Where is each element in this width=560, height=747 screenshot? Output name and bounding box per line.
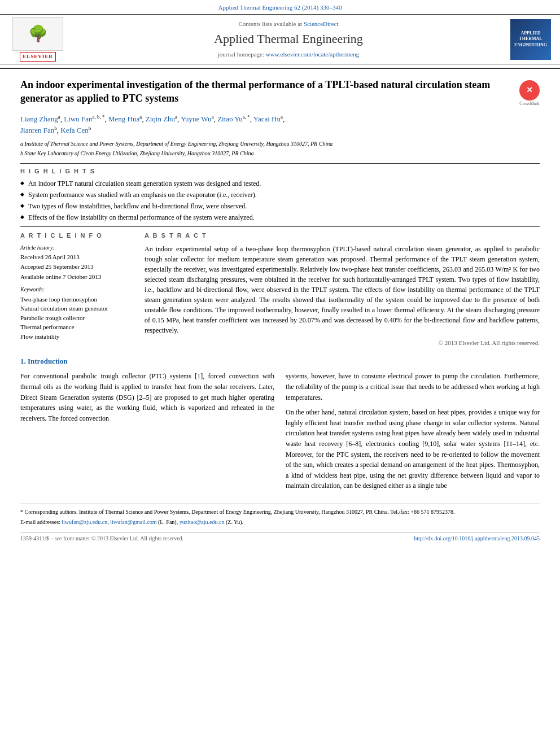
abstract-header: A B S T R A C T xyxy=(145,231,540,240)
journal-main-title: Applied Thermal Engineering xyxy=(75,30,502,48)
author-hua[interactable]: Meng Hua xyxy=(108,115,139,124)
badge-line2: THERMAL xyxy=(519,36,542,42)
intro-col-right: systems, however, have to consume electr… xyxy=(286,371,540,496)
badge-box: APPLIED THERMAL ENGINEERING xyxy=(510,19,551,60)
keyword-2: Natural circulation steam generator xyxy=(20,304,133,313)
badge-line3: ENGINEERING xyxy=(514,42,547,48)
info-abstract-section: A R T I C L E I N F O Article history: R… xyxy=(20,231,540,347)
copyright-line: © 2013 Elsevier Ltd. All rights reserved… xyxy=(145,339,540,347)
author-hu[interactable]: Yacai Hu xyxy=(253,115,281,124)
author-yu[interactable]: Zitao Yu xyxy=(217,115,243,124)
article-history: Article history: Received 26 April 2013 … xyxy=(20,244,133,341)
intro-col2-p1: systems, however, have to consume electr… xyxy=(286,371,540,403)
highlights-section: H I G H L I G H T S An indoor TPLT natur… xyxy=(20,167,540,222)
footnote-section: * Corresponding authors. Institute of Th… xyxy=(20,504,540,526)
keywords-label: Keywords: xyxy=(20,286,133,294)
elsevier-tree-image: 🌳 xyxy=(12,17,63,51)
history-label: Article history: xyxy=(20,244,133,252)
intro-p1: For conventional parabolic trough collec… xyxy=(20,371,274,423)
article-body: An indoor experimental investigation of … xyxy=(0,69,560,552)
affiliation-b: b State Key Laboratory of Clean Energy U… xyxy=(20,149,540,158)
keyword-5: Flow instability xyxy=(20,333,133,341)
highlight-2: System performance was studied with an e… xyxy=(20,190,540,200)
journal-title-area: Contents lists available at ScienceDirec… xyxy=(69,20,508,59)
received-date: Received 26 April 2013 xyxy=(20,253,133,261)
author-fan-liwu[interactable]: Liwu Fan xyxy=(64,115,92,124)
keyword-1: Two-phase loop thermosyphon xyxy=(20,295,133,304)
journal-badge: APPLIED THERMAL ENGINEERING xyxy=(508,19,553,60)
elsevier-logo: 🌳 ELSEVIER xyxy=(7,17,69,62)
bottom-strip: 1359-4311/$ – see front matter © 2013 El… xyxy=(20,532,540,543)
keyword-4: Thermal performance xyxy=(20,323,133,331)
introduction-columns: For conventional parabolic trough collec… xyxy=(20,371,540,496)
accepted-date: Accepted 25 September 2013 xyxy=(20,263,133,271)
homepage-link[interactable]: www.elsevier.com/locate/apthermeng xyxy=(266,51,359,58)
highlight-4: Effects of the flow instability on therm… xyxy=(20,213,540,222)
highlight-3: Two types of flow instabilities, backflo… xyxy=(20,202,540,211)
highlights-header: H I G H L I G H T S xyxy=(20,167,540,176)
crossmark-area: ✕ CrossMark xyxy=(519,80,540,107)
abstract-column: A B S T R A C T An indoor experimental s… xyxy=(145,231,540,347)
crossmark-icon: ✕ xyxy=(519,80,540,101)
sciencedirect-link[interactable]: ScienceDirect xyxy=(304,20,339,27)
contents-line: Contents lists available at ScienceDirec… xyxy=(75,20,502,28)
author-zhu[interactable]: Ziqin Zhu xyxy=(146,115,175,124)
email-link-yu[interactable]: yuzitao@zju.edu.cn xyxy=(180,519,225,525)
affiliations: a Institute of Thermal Science and Power… xyxy=(20,139,540,158)
journal-citation: Applied Thermal Engineering 62 (2014) 33… xyxy=(0,0,560,14)
highlights-divider-top xyxy=(20,163,540,164)
issn-line: 1359-4311/$ – see front matter © 2013 El… xyxy=(20,535,183,543)
intro-col2-p2: On the other hand, natural circulation s… xyxy=(286,407,540,491)
article-title: An indoor experimental investigation of … xyxy=(20,78,513,106)
tree-icon: 🌳 xyxy=(28,26,48,42)
crossmark-label: CrossMark xyxy=(519,101,540,107)
email-link-fan-gmail[interactable]: liwufan@gmail.com xyxy=(110,519,156,525)
intro-col-left: For conventional parabolic trough collec… xyxy=(20,371,274,496)
introduction-section: 1. Introduction For conventional parabol… xyxy=(20,356,540,496)
highlights-divider-bottom xyxy=(20,226,540,227)
keyword-3: Parabolic trough collector xyxy=(20,314,133,322)
doi-link[interactable]: http://dx.doi.org/10.1016/j.applthermale… xyxy=(414,535,540,543)
introduction-heading: 1. Introduction xyxy=(20,356,540,366)
author-wu[interactable]: Yuyue Wu xyxy=(181,115,211,124)
email-link-fan[interactable]: liwufan@zju.edu.cn xyxy=(62,519,107,525)
affiliation-a: a Institute of Thermal Science and Power… xyxy=(20,139,540,148)
elsevier-label: ELSEVIER xyxy=(20,52,56,62)
author-zhang[interactable]: Liang Zhang xyxy=(20,115,58,124)
author-cen[interactable]: Kefa Cen xyxy=(60,126,88,134)
article-info-header: A R T I C L E I N F O xyxy=(20,231,133,240)
journal-homepage: journal homepage: www.elsevier.com/locat… xyxy=(75,50,502,59)
online-date: Available online 7 October 2013 xyxy=(20,273,133,281)
highlight-1: An indoor TPLT natural circulation steam… xyxy=(20,179,540,189)
badge-line1: APPLIED xyxy=(520,30,540,36)
article-info-column: A R T I C L E I N F O Article history: R… xyxy=(20,231,133,347)
article-title-section: An indoor experimental investigation of … xyxy=(20,78,540,107)
email-label: E-mail addresses: xyxy=(20,519,60,525)
page: Applied Thermal Engineering 62 (2014) 33… xyxy=(0,0,560,747)
abstract-text: An indoor experimental setup of a two-ph… xyxy=(145,244,540,335)
author-fan-jianren[interactable]: Jianren Fan xyxy=(20,126,54,134)
footnote-star: * Corresponding authors. Institute of Th… xyxy=(20,508,540,516)
authors-line: Liang Zhanga, Liwu Fana, b, *, Meng Huaa… xyxy=(20,113,540,136)
footnote-emails: E-mail addresses: liwufan@zju.edu.cn, li… xyxy=(20,518,540,526)
journal-header: Applied Thermal Engineering 62 (2014) 33… xyxy=(0,0,560,69)
